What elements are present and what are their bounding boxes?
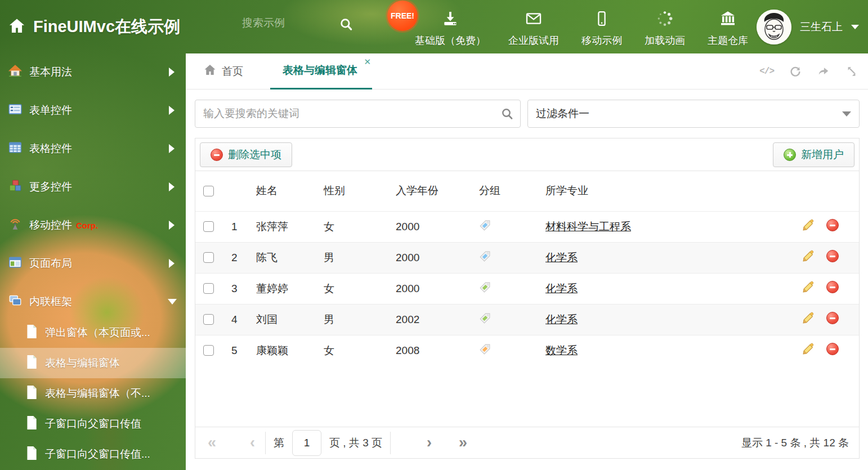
major-link[interactable]: 化学系 xyxy=(545,283,578,294)
nav-mobile-demo[interactable]: 移动示例 xyxy=(581,10,622,47)
user-menu[interactable]: 三生石上 xyxy=(757,0,859,53)
delete-icon[interactable] xyxy=(822,335,859,366)
sidebar-item-basic-usage[interactable]: 基本用法 xyxy=(0,56,186,88)
nav-label: 移动示例 xyxy=(581,34,622,47)
sidebar-subitem-popup-window[interactable]: 弹出窗体（本页面或... xyxy=(0,317,186,348)
corp-badge: Corp. xyxy=(76,221,98,230)
sidebar-item-page-layout[interactable]: 页面布局 xyxy=(0,248,186,279)
sidebar-item-form-controls[interactable]: 表单控件 xyxy=(0,95,186,126)
home-colored-icon xyxy=(8,64,23,80)
mail-icon xyxy=(524,10,543,30)
refresh-icon[interactable] xyxy=(789,65,802,78)
nav-enterprise-trial[interactable]: 企业版试用 xyxy=(508,10,559,47)
edit-icon[interactable] xyxy=(797,304,822,335)
keyword-search-input[interactable] xyxy=(195,100,521,128)
cubes-icon xyxy=(8,178,23,195)
tab-grid-edit-window[interactable]: 表格与编辑窗体 ✕ xyxy=(270,53,372,89)
search-icon[interactable] xyxy=(339,17,354,34)
share-icon[interactable] xyxy=(817,65,830,78)
chevron-right-icon xyxy=(169,221,175,230)
form-icon xyxy=(8,102,23,119)
major-link[interactable]: 化学系 xyxy=(545,314,578,325)
file-icon xyxy=(25,355,38,371)
page-number-input[interactable] xyxy=(292,430,321,456)
divider xyxy=(265,432,266,454)
user-grid-panel: 删除选中项 新增用户 姓名 性别 xyxy=(195,138,860,459)
last-page-button[interactable]: » xyxy=(457,435,469,450)
header-search-input[interactable] xyxy=(242,17,332,29)
nav-basic-edition[interactable]: 基础版（免费） xyxy=(415,10,486,47)
filter-row: 过滤条件一 xyxy=(195,100,860,128)
sidebar-subitem-child-to-parent-2[interactable]: 子窗口向父窗口传值... xyxy=(0,439,186,469)
fullscreen-icon[interactable] xyxy=(845,65,858,78)
user-table: 姓名 性别 入学年份 分组 所学专业 1 张萍萍 女 2000 xyxy=(195,171,859,366)
tag-icon xyxy=(479,346,491,357)
sidebar-item-iframe[interactable]: 内联框架 xyxy=(0,286,186,317)
sidebar-item-mobile-controls[interactable]: 移动控件 Corp. xyxy=(0,209,186,241)
tag-icon xyxy=(479,222,491,234)
antenna-icon xyxy=(8,217,23,234)
edit-icon[interactable] xyxy=(797,273,822,304)
edit-icon[interactable] xyxy=(797,242,822,273)
table-row: 3 董婷婷 女 2000 化学系 xyxy=(195,273,859,304)
sidebar-item-grid-controls[interactable]: 表格控件 xyxy=(0,133,186,164)
divider xyxy=(390,432,391,454)
select-all-checkbox[interactable] xyxy=(203,186,214,196)
delete-icon[interactable] xyxy=(822,211,859,242)
delete-icon[interactable] xyxy=(822,242,859,273)
delete-icon[interactable] xyxy=(822,304,859,335)
sidebar-subitem-child-to-parent[interactable]: 子窗口向父窗口传值 xyxy=(0,409,186,439)
avatar[interactable] xyxy=(757,10,791,44)
table-header-row: 姓名 性别 入学年份 分组 所学专业 xyxy=(195,171,859,211)
row-checkbox[interactable] xyxy=(203,345,214,356)
app-brand: FineUIMvc在线示例 xyxy=(8,0,180,53)
sidebar-item-more-controls[interactable]: 更多控件 xyxy=(0,171,186,203)
table-row: 5 康颖颖 女 2008 数学系 xyxy=(195,335,859,366)
sidebar-subitem-grid-edit-window[interactable]: 表格与编辑窗体 xyxy=(0,348,186,378)
grid-empty-space xyxy=(195,366,859,427)
chevron-down-icon xyxy=(851,25,859,29)
row-checkbox[interactable] xyxy=(203,252,214,263)
chevron-right-icon xyxy=(169,259,175,268)
row-checkbox[interactable] xyxy=(203,283,214,294)
pagination-bar: « ‹ 第 页 , 共 3 页 › » 显示 1 - 5 条 , 共 12 条 xyxy=(195,427,859,458)
search-icon[interactable] xyxy=(500,107,514,123)
header-search[interactable] xyxy=(242,17,332,29)
tab-toolbar: </> xyxy=(759,53,858,89)
edit-icon[interactable] xyxy=(797,211,822,242)
nav-theme-store[interactable]: 主题仓库 xyxy=(708,10,748,47)
bank-icon xyxy=(718,10,737,30)
file-icon xyxy=(25,324,38,341)
filter-dropdown[interactable]: 过滤条件一 xyxy=(527,100,860,128)
spinner-icon xyxy=(656,10,674,30)
free-badge: FREE! xyxy=(387,1,418,31)
delete-icon[interactable] xyxy=(822,273,859,304)
col-name: 姓名 xyxy=(252,171,319,211)
close-icon[interactable]: ✕ xyxy=(364,57,371,66)
tag-icon xyxy=(479,284,491,296)
row-checkbox[interactable] xyxy=(203,314,214,325)
nav-loading-animation[interactable]: 加载动画 xyxy=(645,10,685,47)
chevron-right-icon xyxy=(169,68,175,77)
tab-home[interactable]: 首页 xyxy=(203,63,243,79)
content-area: 过滤条件一 删除选中项 新增用户 xyxy=(186,89,868,470)
filter-dropdown-value: 过滤条件一 xyxy=(536,106,589,121)
main-panel: 首页 表格与编辑窗体 ✕ </> xyxy=(186,53,868,470)
record-summary: 显示 1 - 5 条 , 共 12 条 xyxy=(741,436,849,450)
col-group: 分组 xyxy=(475,171,541,211)
edit-icon[interactable] xyxy=(797,335,822,366)
tag-icon xyxy=(479,315,491,326)
row-checkbox[interactable] xyxy=(203,221,214,232)
sidebar-subitem-grid-edit-window-2[interactable]: 表格与编辑窗体（不... xyxy=(0,378,186,409)
app-header: FineUIMvc在线示例 FREE! 基础版（免费） 企业版试用 移动示例 xyxy=(0,0,868,53)
next-page-button[interactable]: › xyxy=(424,435,434,450)
delete-selected-button[interactable]: 删除选中项 xyxy=(200,142,292,167)
add-user-button[interactable]: 新增用户 xyxy=(773,142,854,167)
layout-icon xyxy=(8,255,23,272)
chevron-down-icon xyxy=(842,111,851,117)
major-link[interactable]: 化学系 xyxy=(545,252,578,263)
major-link[interactable]: 材料科学与工程系 xyxy=(545,221,631,232)
major-link[interactable]: 数学系 xyxy=(545,344,578,356)
source-code-icon[interactable]: </> xyxy=(759,66,774,77)
file-icon xyxy=(25,415,38,432)
